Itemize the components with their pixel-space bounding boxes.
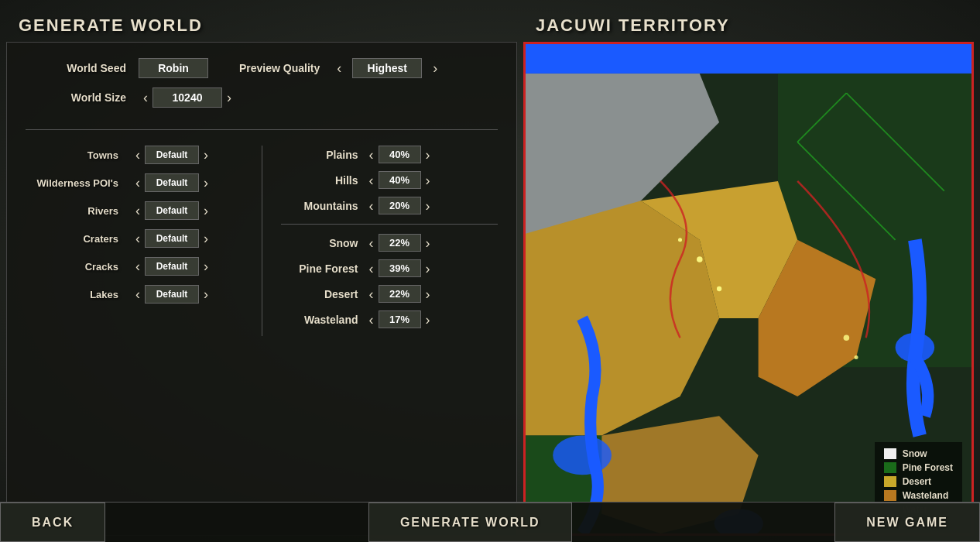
right-col-value-1: 40% (379, 171, 421, 189)
left-col-label-1: Wilderness POI's (26, 177, 118, 189)
right-col-arrow-right-5[interactable]: › (421, 262, 435, 276)
world-size-left-arrow[interactable]: ‹ (139, 91, 152, 105)
right-col-arrow-right-1[interactable]: › (421, 173, 435, 187)
left-col-arrow-right-2[interactable]: › (199, 204, 213, 218)
svg-point-18 (855, 355, 858, 359)
right-col-label-5: Pine Forest (281, 262, 358, 275)
left-col-row-5: Lakes ‹ Default › (26, 285, 243, 304)
right-col-row-0: Plains ‹ 40% › (281, 146, 499, 163)
right-col-arrow-left-6[interactable]: ‹ (365, 287, 379, 301)
svg-point-15 (717, 286, 721, 291)
back-button[interactable]: BACK (0, 503, 105, 542)
preview-quality-label: Preview Quality (239, 62, 320, 74)
right-col-value-5: 39% (379, 259, 421, 277)
legend-label-3: Wasteland (903, 490, 949, 501)
left-col-value-0: Default (145, 146, 199, 164)
left-col-label-3: Craters (26, 233, 118, 245)
left-col-arrow-right-1[interactable]: › (199, 176, 213, 190)
legend-label-1: Pine Forest (903, 462, 953, 473)
left-col-arrow-left-1[interactable]: ‹ (131, 176, 145, 190)
legend-color-2 (884, 476, 896, 487)
left-col-row-2: Rivers ‹ Default › (26, 201, 243, 220)
world-size-label: World Size (26, 91, 126, 104)
svg-marker-3 (526, 201, 719, 435)
left-col-row-1: Wilderness POI's ‹ Default › (26, 173, 243, 192)
right-col-arrow-right-7[interactable]: › (421, 313, 435, 327)
left-col-arrow-left-2[interactable]: ‹ (131, 204, 145, 218)
right-col-arrow-left-0[interactable]: ‹ (365, 148, 379, 162)
right-col-arrow-right-2[interactable]: › (421, 199, 435, 213)
legend-color-1 (884, 462, 896, 473)
right-col-label-0: Plains (281, 149, 358, 161)
right-col-label-6: Desert (281, 288, 358, 300)
left-col-label-0: Towns (26, 149, 118, 161)
svg-rect-0 (526, 44, 971, 74)
left-col-label-4: Cracks (26, 261, 118, 273)
legend-item-pine-forest: Pine Forest (884, 462, 953, 473)
bottom-bar: BACK GENERATE WORLD NEW GAME (0, 502, 980, 542)
left-col-arrow-left-0[interactable]: ‹ (131, 148, 145, 162)
svg-point-14 (697, 256, 703, 262)
right-col-arrow-right-6[interactable]: › (421, 287, 435, 301)
world-seed-label: World Seed (26, 62, 126, 74)
right-col-arrow-left-2[interactable]: ‹ (365, 199, 379, 213)
legend-color-0 (884, 448, 896, 459)
left-col-arrow-right-4[interactable]: › (199, 259, 213, 273)
legend-item-snow: Snow (884, 448, 953, 459)
right-col-value-4: 22% (379, 234, 421, 252)
svg-point-8 (553, 436, 612, 475)
right-col-row-2: Mountains ‹ 20% › (281, 197, 499, 214)
right-col-arrow-left-7[interactable]: ‹ (365, 313, 379, 327)
right-col-divider (281, 224, 499, 225)
generate-world-button[interactable]: GENERATE WORLD (368, 503, 572, 542)
right-col-row-7: Wasteland ‹ 17% › (281, 310, 499, 328)
right-col-label-7: Wasteland (281, 314, 358, 326)
left-col-label-2: Rivers (26, 205, 118, 217)
right-col-value-7: 17% (379, 310, 421, 328)
preview-quality-left-arrow[interactable]: ‹ (332, 61, 346, 75)
right-col-arrow-left-1[interactable]: ‹ (365, 173, 379, 187)
legend-label-0: Snow (903, 448, 927, 459)
left-col-arrow-right-0[interactable]: › (199, 148, 213, 162)
right-col-value-2: 20% (379, 197, 421, 214)
right-col-row-1: Hills ‹ 40% › (281, 171, 499, 189)
preview-quality-value: Highest (352, 58, 422, 78)
left-col-value-3: Default (145, 229, 199, 248)
left-col-value-1: Default (145, 173, 199, 192)
left-col-row-4: Cracks ‹ Default › (26, 257, 243, 276)
left-col-arrow-left-3[interactable]: ‹ (131, 232, 145, 245)
map-preview: Snow Pine Forest Desert Wasteland Water (523, 42, 974, 536)
left-col-value-4: Default (145, 257, 199, 276)
right-col-row-4: Snow ‹ 22% › (281, 234, 499, 252)
left-col-arrow-left-4[interactable]: ‹ (131, 259, 145, 273)
world-size-right-arrow[interactable]: › (222, 91, 236, 105)
left-col-value-5: Default (145, 285, 199, 304)
right-col-label-4: Snow (281, 237, 358, 249)
new-game-button[interactable]: NEW GAME (834, 503, 980, 542)
right-col-value-6: 22% (379, 285, 421, 303)
left-col-row-0: Towns ‹ Default › (26, 146, 243, 164)
left-col-arrow-left-5[interactable]: ‹ (131, 287, 145, 301)
right-col-arrow-left-4[interactable]: ‹ (365, 236, 379, 250)
legend-item-wasteland: Wasteland (884, 490, 953, 501)
legend-item-desert: Desert (884, 476, 953, 487)
right-col-label-2: Mountains (281, 200, 358, 212)
left-panel-title: GENERATE WORLD (6, 6, 517, 42)
right-col-row-5: Pine Forest ‹ 39% › (281, 259, 499, 277)
left-col-label-5: Lakes (26, 289, 118, 300)
right-col-arrow-left-5[interactable]: ‹ (365, 262, 379, 276)
preview-quality-right-arrow[interactable]: › (428, 61, 442, 75)
svg-point-10 (896, 333, 935, 362)
left-col-arrow-right-5[interactable]: › (199, 287, 213, 301)
right-col-label-1: Hills (281, 174, 358, 187)
left-col-value-2: Default (145, 201, 199, 220)
left-col-arrow-right-3[interactable]: › (199, 232, 213, 245)
right-col-arrow-right-0[interactable]: › (421, 148, 435, 162)
map-title: JACUWI TERRITORY (523, 6, 974, 42)
right-col-value-0: 40% (379, 146, 421, 163)
world-size-value: 10240 (152, 87, 222, 108)
legend-label-2: Desert (903, 476, 931, 487)
right-col-arrow-right-4[interactable]: › (421, 236, 435, 250)
svg-point-17 (844, 334, 850, 341)
legend-color-3 (884, 490, 896, 501)
